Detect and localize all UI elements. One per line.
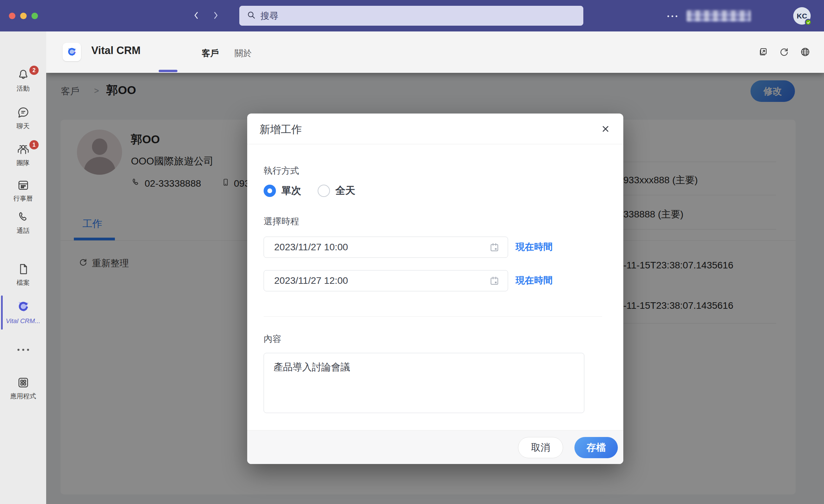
- search-icon: [247, 10, 256, 21]
- sidebar-item-teams[interactable]: 1 團隊: [0, 143, 46, 168]
- dialog-header-divider: [247, 144, 623, 144]
- start-time-input[interactable]: [274, 237, 473, 257]
- window-close-button[interactable]: [9, 13, 15, 19]
- dialog-title: 新增工作: [260, 122, 302, 137]
- search-input[interactable]: [261, 11, 583, 21]
- active-tab-underline: [159, 70, 177, 72]
- radio-once-label: 單次: [281, 184, 301, 198]
- now-link-start[interactable]: 現在時間: [516, 241, 553, 253]
- end-time-input[interactable]: [274, 270, 473, 291]
- nav-back-button[interactable]: [190, 10, 202, 22]
- chevron-left-icon: [191, 10, 201, 22]
- calendar-icon: [17, 187, 30, 193]
- teams-title-bar: KC: [0, 0, 824, 31]
- user-name-blurred: [687, 10, 751, 22]
- sidebar-more-button[interactable]: [0, 347, 46, 352]
- save-button[interactable]: 存檔: [574, 437, 618, 458]
- window-zoom-button[interactable]: [31, 13, 38, 19]
- sidebar-item-apps[interactable]: 應用程式: [0, 376, 46, 401]
- section-divider: [264, 316, 602, 317]
- end-time-field[interactable]: [264, 270, 508, 291]
- calendar-icon: [489, 249, 500, 254]
- status-available-icon: [805, 19, 812, 26]
- avatar-initials: KC: [797, 12, 807, 20]
- tab-customers[interactable]: 客戶: [202, 48, 219, 59]
- sidebar-item-activity[interactable]: 2 活動: [0, 68, 46, 93]
- apps-grid-icon: [17, 385, 30, 390]
- exec-method-label: 執行方式: [264, 165, 299, 177]
- radio-all-day-label: 全天: [335, 184, 355, 198]
- vital-crm-app-logo: [63, 43, 81, 61]
- add-task-dialog: 新增工作 執行方式 單次 全天 選擇時程 現在時間: [247, 114, 623, 464]
- app-title: Vital CRM: [91, 44, 141, 57]
- teams-badge: 1: [29, 140, 39, 149]
- radio-selected-icon: [264, 185, 276, 197]
- start-calendar-button[interactable]: [489, 242, 500, 253]
- start-time-field[interactable]: [264, 237, 508, 258]
- dialog-close-button[interactable]: [598, 122, 613, 137]
- sidebar-item-calendar[interactable]: 行事曆: [0, 178, 46, 203]
- sidebar-item-chat[interactable]: 聊天: [0, 106, 46, 131]
- close-icon: [601, 124, 610, 135]
- content-textarea[interactable]: 產品導入討論會議: [264, 353, 584, 413]
- window-minimize-button[interactable]: [20, 13, 27, 19]
- radio-unselected-icon: [318, 185, 330, 197]
- bell-icon: [17, 77, 30, 82]
- chat-icon: [17, 115, 30, 120]
- sidebar-item-calls[interactable]: 通話: [0, 211, 46, 235]
- search-bar[interactable]: [239, 6, 583, 26]
- reload-tab-button[interactable]: [778, 47, 790, 58]
- topbar-more-button[interactable]: [667, 14, 681, 18]
- teams-app-rail: 2 活動 聊天 1 團隊 行事曆 通話 檔案: [0, 31, 46, 504]
- now-link-end[interactable]: 現在時間: [516, 274, 553, 287]
- teams-icon: [16, 152, 30, 157]
- schedule-label: 選擇時程: [264, 215, 299, 227]
- nav-forward-button[interactable]: [210, 10, 222, 22]
- app-tab-header: Vital CRM 客戶 關於: [46, 31, 824, 73]
- radio-group-exec-method: 單次 全天: [264, 184, 355, 198]
- popout-icon: [757, 47, 768, 58]
- tab-about[interactable]: 關於: [235, 48, 252, 59]
- phone-icon: [17, 220, 30, 225]
- vital-crm-logo: [15, 310, 31, 316]
- more-icon: [16, 347, 30, 352]
- radio-once[interactable]: 單次: [264, 184, 301, 198]
- radio-all-day[interactable]: 全天: [318, 184, 355, 198]
- refresh-icon: [779, 47, 789, 58]
- sidebar-item-files[interactable]: 檔案: [0, 263, 46, 287]
- activity-badge: 2: [29, 66, 39, 75]
- user-avatar[interactable]: KC: [793, 7, 811, 25]
- dialog-footer: 取消 存檔: [247, 430, 623, 464]
- end-calendar-button[interactable]: [489, 275, 500, 287]
- calendar-icon: [489, 282, 500, 287]
- cancel-button[interactable]: 取消: [518, 437, 563, 458]
- open-in-window-button[interactable]: [757, 47, 769, 58]
- sidebar-item-vital-crm[interactable]: Vital CRM...: [0, 299, 46, 325]
- content-label: 內容: [264, 333, 281, 345]
- website-button[interactable]: [799, 47, 811, 58]
- chevron-right-icon: [211, 10, 221, 22]
- globe-icon: [800, 47, 811, 58]
- file-icon: [17, 271, 30, 277]
